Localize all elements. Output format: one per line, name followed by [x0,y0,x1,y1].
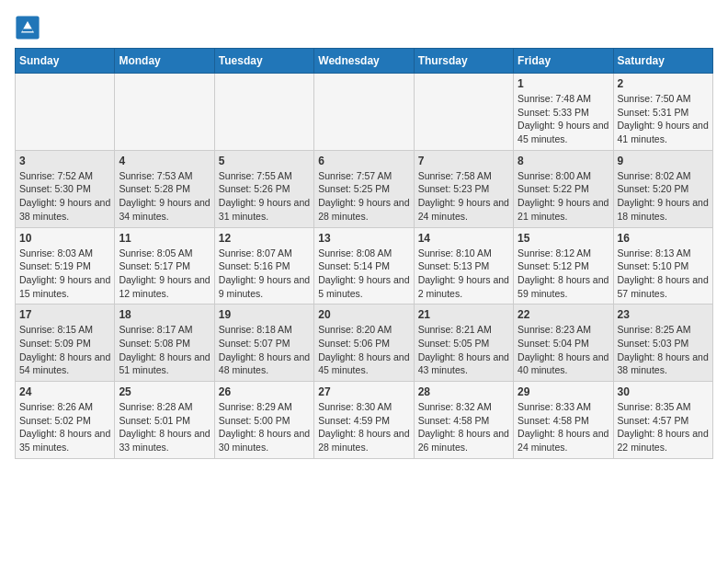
day-number: 26 [219,385,310,398]
day-info: Sunrise: 7:55 AM Sunset: 5:26 PM Dayligh… [219,169,310,224]
day-number: 9 [618,155,709,167]
day-number: 3 [19,155,110,167]
calendar-cell: 4Sunrise: 7:53 AM Sunset: 5:28 PM Daylig… [115,150,214,227]
day-info: Sunrise: 8:23 AM Sunset: 5:04 PM Dayligh… [518,323,609,377]
day-info: Sunrise: 8:29 AM Sunset: 5:00 PM Dayligh… [219,400,310,454]
calendar-cell: 3Sunrise: 7:52 AM Sunset: 5:30 PM Daylig… [16,150,115,227]
calendar-cell: 2Sunrise: 7:50 AM Sunset: 5:31 PM Daylig… [613,74,712,151]
day-number: 29 [518,385,609,398]
day-info: Sunrise: 7:48 AM Sunset: 5:33 PM Dayligh… [518,92,609,146]
calendar-cell: 23Sunrise: 8:25 AM Sunset: 5:03 PM Dayli… [613,304,712,382]
day-number: 19 [219,308,310,321]
calendar-week-1: 1Sunrise: 7:48 AM Sunset: 5:33 PM Daylig… [16,74,713,151]
day-info: Sunrise: 8:17 AM Sunset: 5:08 PM Dayligh… [119,323,210,377]
day-number: 8 [518,155,609,167]
calendar-cell: 16Sunrise: 8:13 AM Sunset: 5:10 PM Dayli… [613,227,712,304]
calendar-table: Sunday Monday Tuesday Wednesday Thursday… [15,48,713,459]
calendar-cell: 21Sunrise: 8:21 AM Sunset: 5:05 PM Dayli… [414,304,513,382]
day-number: 1 [518,77,609,90]
calendar-cell: 25Sunrise: 8:28 AM Sunset: 5:01 PM Dayli… [115,382,214,459]
day-info: Sunrise: 8:33 AM Sunset: 4:58 PM Dayligh… [518,400,609,454]
day-info: Sunrise: 8:13 AM Sunset: 5:10 PM Dayligh… [618,247,709,301]
svg-rect-2 [22,29,32,31]
calendar-cell: 5Sunrise: 7:55 AM Sunset: 5:26 PM Daylig… [214,150,313,227]
day-info: Sunrise: 7:58 AM Sunset: 5:23 PM Dayligh… [418,169,509,224]
header-sunday: Sunday [16,49,115,74]
day-info: Sunrise: 8:21 AM Sunset: 5:05 PM Dayligh… [418,323,509,377]
day-info: Sunrise: 8:15 AM Sunset: 5:09 PM Dayligh… [19,323,110,377]
day-info: Sunrise: 8:18 AM Sunset: 5:07 PM Dayligh… [219,323,310,377]
day-number: 21 [418,308,509,321]
day-info: Sunrise: 8:26 AM Sunset: 5:02 PM Dayligh… [19,400,110,454]
day-number: 28 [418,385,509,398]
calendar-cell: 12Sunrise: 8:07 AM Sunset: 5:16 PM Dayli… [214,227,313,304]
calendar-week-2: 3Sunrise: 7:52 AM Sunset: 5:30 PM Daylig… [16,150,713,227]
header-saturday: Saturday [613,49,712,74]
calendar-header: Sunday Monday Tuesday Wednesday Thursday… [16,49,713,74]
calendar-cell [414,74,513,151]
day-number: 22 [518,308,609,321]
calendar-cell: 29Sunrise: 8:33 AM Sunset: 4:58 PM Dayli… [514,382,613,459]
calendar-cell: 8Sunrise: 8:00 AM Sunset: 5:22 PM Daylig… [514,150,613,227]
day-info: Sunrise: 8:02 AM Sunset: 5:20 PM Dayligh… [618,169,709,224]
day-info: Sunrise: 8:10 AM Sunset: 5:13 PM Dayligh… [418,247,509,301]
calendar-cell: 20Sunrise: 8:20 AM Sunset: 5:06 PM Dayli… [314,304,414,382]
calendar-cell [16,74,115,151]
calendar-cell: 19Sunrise: 8:18 AM Sunset: 5:07 PM Dayli… [214,304,313,382]
calendar-cell: 26Sunrise: 8:29 AM Sunset: 5:00 PM Dayli… [214,382,313,459]
day-number: 13 [318,232,409,245]
day-number: 15 [518,232,609,245]
day-number: 14 [418,232,509,245]
day-number: 5 [219,155,310,167]
calendar-cell [314,74,414,151]
day-number: 25 [119,385,210,398]
day-info: Sunrise: 8:05 AM Sunset: 5:17 PM Dayligh… [119,247,210,301]
day-info: Sunrise: 8:20 AM Sunset: 5:06 PM Dayligh… [318,323,409,377]
header-tuesday: Tuesday [214,49,313,74]
calendar-cell: 10Sunrise: 8:03 AM Sunset: 5:19 PM Dayli… [16,227,115,304]
page-header [15,15,713,40]
day-number: 4 [119,155,210,167]
day-number: 30 [618,385,709,398]
day-info: Sunrise: 8:30 AM Sunset: 4:59 PM Dayligh… [318,400,409,454]
day-number: 10 [19,232,110,245]
header-thursday: Thursday [414,49,513,74]
calendar-cell: 24Sunrise: 8:26 AM Sunset: 5:02 PM Dayli… [16,382,115,459]
calendar-body: 1Sunrise: 7:48 AM Sunset: 5:33 PM Daylig… [16,74,713,459]
day-number: 20 [318,308,409,321]
day-number: 17 [19,308,110,321]
day-info: Sunrise: 8:03 AM Sunset: 5:19 PM Dayligh… [19,247,110,301]
calendar-cell: 17Sunrise: 8:15 AM Sunset: 5:09 PM Dayli… [16,304,115,382]
calendar-cell: 30Sunrise: 8:35 AM Sunset: 4:57 PM Dayli… [613,382,712,459]
calendar-cell: 7Sunrise: 7:58 AM Sunset: 5:23 PM Daylig… [414,150,513,227]
header-row: Sunday Monday Tuesday Wednesday Thursday… [16,49,713,74]
day-info: Sunrise: 8:32 AM Sunset: 4:58 PM Dayligh… [418,400,509,454]
header-monday: Monday [115,49,214,74]
header-friday: Friday [514,49,613,74]
day-info: Sunrise: 8:25 AM Sunset: 5:03 PM Dayligh… [618,323,709,377]
day-info: Sunrise: 7:50 AM Sunset: 5:31 PM Dayligh… [618,92,709,146]
day-number: 7 [418,155,509,167]
calendar-cell: 15Sunrise: 8:12 AM Sunset: 5:12 PM Dayli… [514,227,613,304]
day-info: Sunrise: 7:57 AM Sunset: 5:25 PM Dayligh… [318,169,409,224]
calendar-cell: 9Sunrise: 8:02 AM Sunset: 5:20 PM Daylig… [613,150,712,227]
day-info: Sunrise: 8:07 AM Sunset: 5:16 PM Dayligh… [219,247,310,301]
logo [15,15,44,40]
calendar-cell: 18Sunrise: 8:17 AM Sunset: 5:08 PM Dayli… [115,304,214,382]
calendar-cell: 6Sunrise: 7:57 AM Sunset: 5:25 PM Daylig… [314,150,414,227]
day-info: Sunrise: 8:12 AM Sunset: 5:12 PM Dayligh… [518,247,609,301]
day-info: Sunrise: 7:53 AM Sunset: 5:28 PM Dayligh… [119,169,210,224]
day-number: 11 [119,232,210,245]
day-info: Sunrise: 8:08 AM Sunset: 5:14 PM Dayligh… [318,247,409,301]
calendar-cell [214,74,313,151]
calendar-cell: 13Sunrise: 8:08 AM Sunset: 5:14 PM Dayli… [314,227,414,304]
day-number: 6 [318,155,409,167]
calendar-cell: 11Sunrise: 8:05 AM Sunset: 5:17 PM Dayli… [115,227,214,304]
calendar-cell: 22Sunrise: 8:23 AM Sunset: 5:04 PM Dayli… [514,304,613,382]
day-info: Sunrise: 8:28 AM Sunset: 5:01 PM Dayligh… [119,400,210,454]
day-info: Sunrise: 8:35 AM Sunset: 4:57 PM Dayligh… [618,400,709,454]
day-info: Sunrise: 8:00 AM Sunset: 5:22 PM Dayligh… [518,169,609,224]
logo-icon [15,15,40,40]
day-number: 18 [119,308,210,321]
calendar-week-5: 24Sunrise: 8:26 AM Sunset: 5:02 PM Dayli… [16,382,713,459]
